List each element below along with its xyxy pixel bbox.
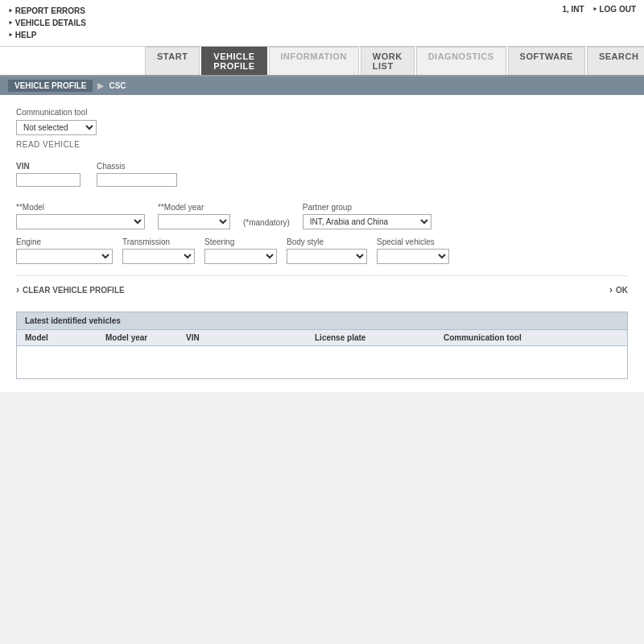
vin-input[interactable] [16,173,80,187]
col-comm-tool: Communication tool [444,333,572,342]
ok-button[interactable]: OK [609,284,628,295]
latest-vehicles-table: Latest identified vehicles Model Model y… [16,312,628,379]
steering-label: Steering [204,237,277,246]
special-vehicles-label: Special vehicles [377,237,449,246]
top-bar: REPORT ERRORS VEHICLE DETAILS HELP 1, IN… [0,0,644,47]
tab-search[interactable]: SEARCH [587,47,644,75]
tab-diagnostics: DIAGNOSTICS [416,47,506,75]
breadcrumb-separator: ▶ [97,81,104,90]
read-vehicle-button[interactable]: READ VEHICLE [16,140,80,149]
comm-tool-section: Communication tool Not selected VIDA DiC… [16,108,628,149]
tab-software[interactable]: SOFTWARE [508,47,585,75]
breadcrumb-csc: CSC [109,81,126,90]
help-link[interactable]: HELP [8,29,86,41]
special-vehicles-select[interactable] [377,249,449,264]
model-select[interactable] [16,214,145,229]
logout-link[interactable]: LOG OUT [592,5,636,14]
user-info: 1, INT [562,5,584,14]
top-bar-links: REPORT ERRORS VEHICLE DETAILS HELP [8,5,86,41]
comm-tool-label: Communication tool [16,108,628,117]
model-year-group: *Model year [158,203,230,229]
model-year-select[interactable] [158,214,230,229]
chassis-label: Chassis [97,162,177,171]
partner-group-label: Partner group [303,203,431,212]
breadcrumb-label-2: CSC [109,81,126,90]
partner-group-group: Partner group INT, Arabia and China Euro… [303,203,431,229]
breadcrumb-vehicle-profile: VEHICLE PROFILE [8,80,93,92]
table-header: Latest identified vehicles [17,312,627,330]
col-model-year: Model year [105,333,186,342]
engine-row: Engine Transmission Steering Body style … [16,237,628,264]
vin-chassis-row: VIN Chassis [16,162,628,187]
transmission-group: Transmission [122,237,195,264]
model-label: *Model [16,203,145,212]
partner-group-select[interactable]: INT, Arabia and China Europe North Ameri… [303,214,431,229]
tab-start[interactable]: START [145,47,200,75]
vin-group: VIN [16,162,80,187]
vin-label: VIN [16,162,80,171]
top-bar-right: 1, INT LOG OUT [562,5,636,14]
steering-group: Steering [204,237,277,264]
mandatory-note: (*mandatory) [243,218,290,227]
chassis-input[interactable] [97,173,177,187]
comm-tool-select[interactable]: Not selected VIDA DiCE J2534 [16,120,97,135]
model-year-label: *Model year [158,203,230,212]
col-model: Model [25,333,105,342]
body-style-select[interactable] [287,249,367,264]
main-content: Communication tool Not selected VIDA DiC… [0,95,644,392]
tab-work-list[interactable]: WORK LIST [361,47,415,75]
nav-tabs: START VEHICLE PROFILE INFORMATION WORK L… [0,47,644,76]
transmission-select[interactable] [122,249,195,264]
body-style-group: Body style [287,237,367,264]
model-row: *Model *Model year (*mandatory) Partner … [16,203,628,229]
model-group: *Model [16,203,145,229]
steering-select[interactable] [204,249,277,264]
table-columns: Model Model year VIN License plate Commu… [17,330,627,346]
table-body [17,346,627,378]
clear-vehicle-profile-button[interactable]: CLEAR VEHICLE PROFILE [16,284,125,295]
breadcrumb: VEHICLE PROFILE ▶ CSC [0,76,644,95]
transmission-label: Transmission [122,237,195,246]
tab-information: INFORMATION [269,47,359,75]
engine-select[interactable] [16,249,113,264]
body-style-label: Body style [287,237,367,246]
tab-vehicle-profile[interactable]: VEHICLE PROFILE [201,47,266,75]
engine-label: Engine [16,237,113,246]
report-errors-link[interactable]: REPORT ERRORS [8,5,86,17]
engine-group: Engine [16,237,113,264]
action-row: CLEAR VEHICLE PROFILE OK [16,275,628,295]
special-vehicles-group: Special vehicles [377,237,449,264]
col-license-plate: License plate [315,333,444,342]
vehicle-details-link[interactable]: VEHICLE DETAILS [8,17,86,29]
breadcrumb-label-1: VEHICLE PROFILE [14,81,86,90]
chassis-group: Chassis [97,162,177,187]
col-vin: VIN [186,333,315,342]
